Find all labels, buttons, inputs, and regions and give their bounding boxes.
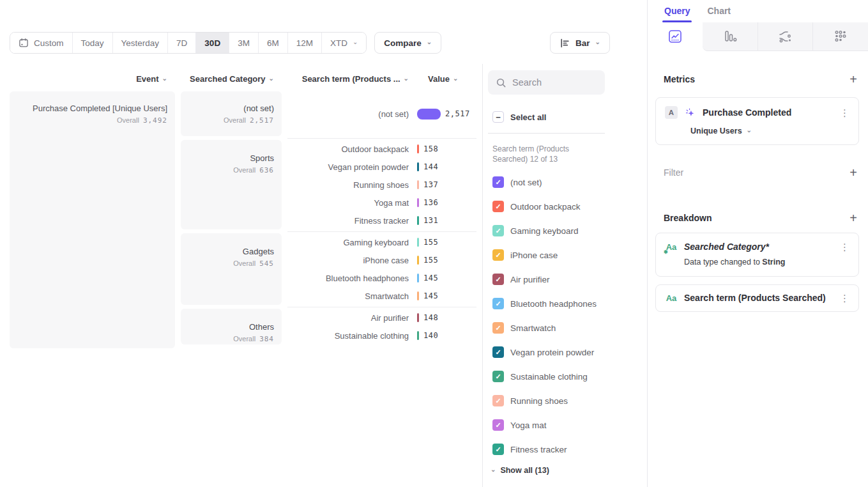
aggregation-dropdown[interactable]: Unique Users ⌄: [690, 127, 852, 135]
date-range-12m[interactable]: 12M: [288, 33, 322, 53]
column-header-category[interactable]: Searched Category⌄: [181, 74, 282, 84]
category-cell[interactable]: SportsOverall636: [181, 140, 282, 229]
kebab-menu-icon[interactable]: ⋮: [837, 242, 852, 252]
checkbox-checked[interactable]: ✓: [492, 346, 504, 358]
legend-item[interactable]: ✓(not set): [492, 176, 647, 188]
checkbox-checked[interactable]: ✓: [492, 298, 504, 309]
metric-card[interactable]: A Purchase Completed ⋮ Unique Users ⌄: [655, 97, 859, 145]
table-row[interactable]: Outdoor backpack158: [286, 140, 476, 158]
date-range-today[interactable]: Today: [73, 33, 113, 53]
table-row[interactable]: Gaming keyboard155: [286, 233, 476, 251]
calendar-icon: [19, 38, 29, 48]
legend-item[interactable]: ✓Running shoes: [492, 395, 647, 406]
show-all-button[interactable]: ⌄ Show all (13): [491, 466, 647, 475]
legend-item[interactable]: ✓Vegan protein powder: [492, 346, 647, 358]
series-badge: A: [665, 106, 678, 119]
checkbox-checked[interactable]: ✓: [492, 225, 504, 236]
breakdown-property-name: Searched Category*: [684, 242, 831, 252]
checkbox-checked[interactable]: ✓: [492, 176, 504, 188]
chevron-down-icon: ⌄: [269, 75, 274, 82]
date-range-30d[interactable]: 30D: [196, 33, 229, 53]
table-row[interactable]: Running shoes137: [286, 176, 476, 194]
chart-type-label: Bar: [575, 38, 590, 48]
table-body: Purchase Completed [Unique Users] Overal…: [10, 91, 476, 344]
table-row[interactable]: Sustainable clothing140: [286, 327, 476, 344]
funnels-icon: [723, 29, 737, 43]
legend-item[interactable]: ✓Sustainable clothing: [492, 371, 647, 382]
report-main-area: CustomTodayYesterday7D30D3M6M12MXTD⌄ Com…: [0, 0, 647, 487]
add-breakdown-button[interactable]: +: [849, 212, 857, 224]
category-cell[interactable]: OthersOverall384: [181, 309, 282, 344]
tab-flows[interactable]: [758, 22, 813, 51]
column-header-event[interactable]: Event⌄: [10, 74, 175, 84]
checkbox-checked[interactable]: ✓: [492, 201, 504, 212]
value-bar: [417, 198, 419, 207]
date-range-xtd[interactable]: XTD⌄: [322, 33, 366, 53]
value-bar: [417, 238, 419, 247]
date-range-6m[interactable]: 6M: [259, 33, 288, 53]
tab-query[interactable]: Query: [664, 6, 690, 22]
chevron-down-icon: ⌄: [404, 75, 409, 82]
tab-funnels[interactable]: [703, 22, 758, 51]
modified-star-icon: ✱: [664, 249, 668, 255]
legend-item[interactable]: ✓Bluetooth headphones: [492, 298, 647, 309]
add-metric-button[interactable]: +: [849, 73, 857, 85]
report-content: Event⌄ Searched Category⌄ Search term (P…: [0, 64, 647, 487]
metric-event-name: Purchase Completed: [703, 107, 831, 118]
kebab-menu-icon[interactable]: ⋮: [837, 293, 852, 303]
chart-type-button[interactable]: Bar ⌄: [550, 32, 610, 54]
table-row[interactable]: (not set)2,517: [286, 105, 476, 123]
date-range-yesterday[interactable]: Yesterday: [113, 33, 169, 53]
legend-search[interactable]: [488, 70, 605, 95]
table-row[interactable]: Air purifier148: [286, 309, 476, 327]
checkbox-checked[interactable]: ✓: [492, 395, 504, 406]
breakdown-card-search-term[interactable]: Aa Search term (Products Searched) ⋮: [655, 284, 859, 312]
checkbox-checked[interactable]: ✓: [492, 322, 504, 334]
legend-item[interactable]: ✓Yoga mat: [492, 419, 647, 431]
value-bar: [417, 216, 419, 225]
column-header-value[interactable]: Value⌄: [428, 74, 458, 84]
checkbox-checked[interactable]: ✓: [492, 444, 504, 455]
compare-button[interactable]: Compare ⌄: [374, 32, 441, 54]
table-row[interactable]: Vegan protein powder144: [286, 158, 476, 176]
search-input[interactable]: [512, 77, 597, 88]
table-row[interactable]: Fitness tracker131: [286, 212, 476, 229]
legend-item[interactable]: ✓Outdoor backpack: [492, 201, 647, 212]
checkbox-checked[interactable]: ✓: [492, 274, 504, 285]
chevron-down-icon: ⌄: [353, 39, 358, 45]
category-cell[interactable]: (not set)Overall2,517: [181, 91, 282, 136]
event-cell[interactable]: Purchase Completed [Unique Users] Overal…: [10, 91, 175, 348]
table-row[interactable]: Bluetooth headphones145: [286, 269, 476, 287]
date-range-7d[interactable]: 7D: [168, 33, 196, 53]
category-cell[interactable]: GadgetsOverall545: [181, 233, 282, 305]
checkbox-checked[interactable]: ✓: [492, 371, 504, 382]
breakdown-table: Event⌄ Searched Category⌄ Search term (P…: [0, 64, 482, 487]
date-range-3m[interactable]: 3M: [229, 33, 259, 53]
data-type-note: Data type changed to String: [684, 258, 852, 267]
kebab-menu-icon[interactable]: ⋮: [837, 108, 852, 118]
table-row[interactable]: Smartwatch145: [286, 287, 476, 305]
query-panel-tabs: Query Chart: [648, 0, 868, 22]
select-all-row[interactable]: − Select all: [492, 111, 647, 123]
select-all-checkbox[interactable]: −: [492, 111, 504, 123]
event-overall: Overall3,492: [10, 116, 167, 125]
tab-chart[interactable]: Chart: [707, 6, 731, 22]
column-header-search-term[interactable]: Search term (Products ...⌄: [286, 74, 409, 84]
breakdown-card-searched-category[interactable]: Aa✱ Searched Category* ⋮ Data type chang…: [655, 233, 859, 277]
tab-retention[interactable]: [812, 22, 868, 51]
category-group: (not set)Overall2,517(not set)2,517: [181, 91, 476, 136]
date-range-custom[interactable]: Custom: [10, 33, 73, 53]
checkbox-checked[interactable]: ✓: [492, 419, 504, 431]
legend-item[interactable]: ✓Smartwatch: [492, 322, 647, 334]
add-filter-button[interactable]: +: [849, 167, 857, 178]
legend-item[interactable]: ✓Fitness tracker: [492, 444, 647, 455]
checkbox-checked[interactable]: ✓: [492, 249, 504, 261]
legend-item[interactable]: ✓iPhone case: [492, 249, 647, 261]
legend-item[interactable]: ✓Air purifier: [492, 274, 647, 285]
chevron-down-icon: ⌄: [453, 75, 458, 82]
tab-insights[interactable]: [648, 22, 703, 51]
table-row[interactable]: iPhone case155: [286, 251, 476, 269]
legend-item[interactable]: ✓Gaming keyboard: [492, 225, 647, 236]
table-row[interactable]: Yoga mat136: [286, 194, 476, 212]
category-group: SportsOverall636Outdoor backpack158Vegan…: [181, 140, 476, 229]
